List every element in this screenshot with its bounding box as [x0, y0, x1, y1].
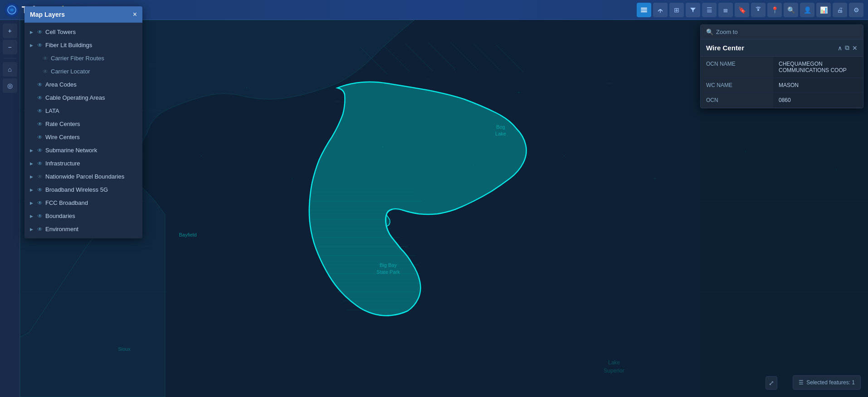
pin-tool-button[interactable]: 📍	[767, 3, 782, 17]
expand-icon: ▶	[30, 214, 34, 218]
fullscreen-button[interactable]: ⤢	[766, 376, 777, 390]
layer-label: LATA	[45, 107, 59, 114]
zoom-out-button[interactable]: −	[3, 40, 17, 54]
svg-point-27	[745, 151, 746, 152]
settings-tool-button[interactable]: ⚙	[849, 3, 863, 17]
visibility-icon[interactable]: 👁	[37, 147, 43, 154]
expand-icon: ▶	[30, 30, 34, 34]
wire-center-panel: 🔍 Zoom to Wire Center ∧ ⧉ ✕ OCN NAME CHE…	[700, 24, 863, 108]
wire-field-value: MASON	[773, 78, 863, 92]
header-toolbar: ⊞ ☰ ≣ 🔖 📍 🔍 👤 📊 🖨 ⚙	[637, 3, 863, 17]
bookmark-tool-button[interactable]: 🔖	[735, 3, 749, 17]
wire-expand-button[interactable]: ⧉	[845, 44, 849, 52]
logo-icon	[5, 3, 19, 17]
wire-close-button[interactable]: ✕	[852, 44, 858, 52]
layer-item-area-codes[interactable]: 👁 Area Codes	[24, 78, 142, 91]
visibility-icon[interactable]: 👁	[37, 108, 43, 114]
wire-field-key: OCN NAME	[701, 57, 773, 77]
location-button[interactable]: ◎	[3, 78, 17, 93]
layer-item-carrier-fiber[interactable]: 👁 Carrier Fiber Routes	[24, 52, 142, 65]
svg-point-18	[609, 83, 610, 84]
layer-label: Carrier Fiber Routes	[51, 55, 104, 62]
layers-close-button[interactable]: ×	[133, 11, 137, 18]
layer-item-broadband-wireless[interactable]: ▶ 👁 Broadband Wireless 5G	[24, 183, 142, 196]
filter-tool-button[interactable]	[686, 3, 700, 17]
svg-text:Lake: Lake	[608, 359, 620, 366]
layer-label: Broadband Wireless 5G	[45, 186, 108, 193]
radio-tool-button[interactable]	[751, 3, 766, 17]
layer-item-lata[interactable]: 👁 LATA	[24, 104, 142, 117]
stats-tool-button[interactable]: 📊	[816, 3, 831, 17]
svg-point-16	[428, 78, 429, 79]
zoom-in-button[interactable]: +	[3, 24, 17, 38]
visibility-icon[interactable]: 👁	[43, 68, 48, 75]
svg-rect-3	[641, 11, 647, 12]
visibility-icon[interactable]: 👁	[37, 121, 43, 127]
layer-item-infrastructure[interactable]: ▶ 👁 Infrastructure	[24, 157, 142, 170]
visibility-icon[interactable]: 👁	[37, 174, 43, 180]
layers-tool-button[interactable]	[637, 3, 651, 17]
selected-icon: ☰	[799, 379, 804, 386]
layers-list[interactable]: ▶ 👁 Cell Towers ▶ 👁 Fiber Lit Buildings …	[24, 23, 142, 238]
search-tool-button[interactable]: 🔍	[784, 3, 798, 17]
columns-tool-button[interactable]: ☰	[702, 3, 717, 17]
layer-item-carrier-locator[interactable]: 👁 Carrier Locator	[24, 65, 142, 78]
visibility-icon[interactable]: 👁	[37, 213, 43, 219]
layer-item-fcc-broadband[interactable]: ▶ 👁 FCC Broadband	[24, 196, 142, 209]
wire-collapse-button[interactable]: ∧	[838, 44, 842, 52]
layer-item-wire-centers[interactable]: 👁 Wire Centers	[24, 131, 142, 144]
wire-row-ocn: OCN 0860	[701, 93, 863, 108]
svg-point-14	[246, 87, 247, 88]
user-tool-button[interactable]: 👤	[800, 3, 814, 17]
layer-label: Environment	[45, 226, 78, 232]
layer-label: Cell Towers	[45, 29, 76, 35]
visibility-icon[interactable]: 👁	[43, 55, 48, 62]
zoom-to-bar: 🔍 Zoom to	[701, 25, 863, 39]
layer-item-submarine[interactable]: ▶ 👁 Submarine Network	[24, 144, 142, 157]
home-button[interactable]: ⌂	[3, 62, 17, 77]
print-tool-button[interactable]: 🖨	[833, 3, 847, 17]
layer-label: Nationwide Parcel Boundaries	[45, 173, 124, 180]
visibility-icon[interactable]: 👁	[37, 134, 43, 140]
layers-panel-title: Map Layers	[30, 11, 65, 18]
visibility-icon[interactable]: 👁	[37, 226, 43, 232]
layer-label: Boundaries	[45, 213, 75, 219]
list-tool-button[interactable]: ≣	[718, 3, 733, 17]
visibility-icon[interactable]: 👁	[37, 95, 43, 101]
layer-item-nationwide-parcel[interactable]: ▶ 👁 Nationwide Parcel Boundaries	[24, 170, 142, 183]
visibility-icon[interactable]: 👁	[37, 42, 43, 48]
selected-label: Selected features: 1	[806, 379, 855, 386]
layer-item-boundaries[interactable]: ▶ 👁 Boundaries	[24, 209, 142, 223]
svg-point-28	[836, 169, 837, 170]
wire-data-table: OCN NAME CHEQUAMEGON COMMUNICATIONS COOP…	[701, 57, 863, 108]
layer-label: Area Codes	[45, 81, 77, 88]
svg-text:Sioux: Sioux	[118, 346, 131, 352]
visibility-icon[interactable]: 👁	[37, 187, 43, 193]
wire-field-key: WC NAME	[701, 78, 773, 92]
svg-point-25	[564, 155, 565, 156]
expand-icon: ▶	[30, 174, 34, 179]
expand-icon: ▶	[30, 161, 34, 166]
layer-item-cell-towers[interactable]: ▶ 👁 Cell Towers	[24, 25, 142, 39]
layer-item-fiber-lit[interactable]: ▶ 👁 Fiber Lit Buildings	[24, 39, 142, 52]
wire-field-value: 0860	[773, 93, 863, 107]
antenna-tool-button[interactable]	[653, 3, 668, 17]
table-tool-button[interactable]: ⊞	[669, 3, 684, 17]
visibility-icon[interactable]: 👁	[37, 29, 43, 35]
layer-item-rate-centers[interactable]: 👁 Rate Centers	[24, 117, 142, 131]
layer-item-cable-areas[interactable]: 👁 Cable Operating Areas	[24, 91, 142, 104]
visibility-icon[interactable]: 👁	[37, 82, 43, 88]
wire-field-value: CHEQUAMEGON COMMUNICATIONS COOP	[773, 57, 863, 77]
layer-label: Wire Centers	[45, 134, 80, 140]
visibility-icon[interactable]: 👁	[37, 160, 43, 167]
zoom-label: Zoom to	[716, 29, 738, 35]
expand-icon: ▶	[30, 201, 34, 205]
layer-label: Cable Operating Areas	[45, 94, 105, 101]
expand-icon: ▶	[30, 148, 34, 153]
svg-point-26	[654, 178, 656, 179]
expand-icon: ▶	[30, 43, 34, 48]
svg-text:Big Bay: Big Bay	[380, 262, 397, 268]
layers-panel-header: Map Layers ×	[24, 6, 142, 23]
layer-item-environment[interactable]: ▶ 👁 Environment	[24, 223, 142, 236]
visibility-icon[interactable]: 👁	[37, 200, 43, 206]
